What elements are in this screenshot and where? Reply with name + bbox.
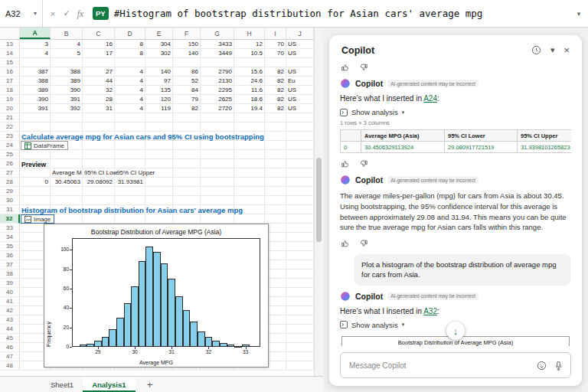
cell-J13[interactable]: US [286,40,314,49]
cell-J15[interactable] [286,58,314,67]
cell-J35[interactable] [286,242,314,251]
cell-B26[interactable] [51,159,83,168]
thumbs-down-icon[interactable] [358,238,369,249]
row-header-40[interactable]: 40 [0,288,20,297]
cell-C15[interactable] [83,58,115,67]
name-box-dropdown-icon[interactable]: ▾ [34,10,37,17]
cell-B28[interactable]: 30.45063 [51,178,83,187]
row-header-16[interactable]: 16 [0,67,20,77]
column-header-A[interactable]: A [20,28,51,39]
cell-C20[interactable]: 31 [83,104,115,113]
row-header-37[interactable]: 37 [0,260,20,270]
thumbs-up-icon[interactable] [340,158,351,169]
cell-H21[interactable] [234,113,265,122]
cell-J41[interactable] [286,297,314,306]
cell-I23[interactable] [265,132,286,141]
cell-A15[interactable] [20,58,51,67]
row-header-43[interactable]: 43 [0,315,20,325]
row-header-47[interactable]: 47 [0,352,20,361]
cell-J43[interactable] [286,315,314,325]
cell-B32[interactable] [51,214,83,224]
cell-D25[interactable] [115,150,145,159]
cell-J38[interactable] [286,270,314,279]
scroll-to-bottom-button[interactable]: ↓ [446,322,465,340]
python-dataframe-cell[interactable]: DataFrame [21,141,68,150]
cell-A17[interactable]: 388 [20,77,51,86]
prompt-emoji-icon[interactable] [537,361,547,371]
row-header-18[interactable]: 18 [0,86,20,95]
cell-F21[interactable] [173,113,201,122]
cell-I24[interactable] [265,141,286,150]
cell-C25[interactable] [83,150,115,159]
row-header-31[interactable]: 31 [0,205,20,214]
cell-A19[interactable]: 390 [20,95,51,104]
cell-H27[interactable] [234,168,265,178]
close-icon[interactable]: × [564,44,570,56]
cell-B20[interactable]: 392 [51,104,83,113]
name-box[interactable]: A32 ▾ [0,0,43,27]
cell-B25[interactable] [51,150,83,159]
cell-A16[interactable]: 387 [20,67,51,77]
row-header-29[interactable]: 29 [0,187,20,196]
cell-I28[interactable] [265,178,286,187]
cell-J32[interactable] [286,214,314,224]
cell-I20[interactable]: 82 [265,104,286,113]
cell-I25[interactable] [265,150,286,159]
histogram-chart-object[interactable]: Bootstrap Distribution of Average MPG (A… [44,224,269,368]
cell-C27[interactable]: 95% CI Low [83,168,115,178]
cell-J16[interactable]: US [286,67,314,77]
cell-B14[interactable]: 5 [51,49,83,58]
row-header-33[interactable]: 33 [0,224,20,233]
cell-I15[interactable] [265,58,286,67]
cell-I32[interactable] [265,214,286,224]
cell-F25[interactable] [173,150,201,159]
row-header-30[interactable]: 30 [0,196,20,205]
cell-F24[interactable] [173,141,201,150]
cell-C18[interactable]: 32 [83,86,115,95]
cell-A28[interactable]: 0 [20,178,51,187]
cell-D19[interactable]: 4 [115,95,145,104]
cell-J14[interactable]: US [286,49,314,58]
cell-D16[interactable]: 4 [115,67,145,77]
cell-E13[interactable]: 304 [145,40,173,49]
cell-E17[interactable]: 97 [145,77,173,86]
cell-G22[interactable] [201,122,234,132]
cell-I29[interactable] [265,187,286,196]
cell-J39[interactable] [286,279,314,288]
python-image-cell-selected[interactable]: Image [21,214,54,224]
message-input[interactable] [348,361,530,371]
cell-C16[interactable]: 27 [83,67,115,77]
cell-E21[interactable] [145,113,173,122]
thumbs-down-icon[interactable] [358,158,369,169]
cell-H20[interactable]: 19.4 [234,104,265,113]
cell-J37[interactable] [286,260,314,270]
cell-C21[interactable] [83,113,115,122]
cell-I13[interactable]: 70 [265,40,286,49]
cell-C24[interactable] [83,141,115,150]
row-header-23[interactable]: 23 [0,132,20,141]
sheet-tab-sheet1[interactable]: Sheet1 [41,377,83,392]
cell-D18[interactable]: 4 [115,86,145,95]
cell-I14[interactable]: 70 [265,49,286,58]
cell-B22[interactable] [51,122,83,132]
cell-D22[interactable] [115,122,145,132]
cell-I26[interactable] [265,159,286,168]
cell-G13[interactable]: 3433 [201,40,234,49]
cell-F14[interactable]: 140 [173,49,201,58]
cell-F13[interactable]: 150 [173,40,201,49]
cell-G19[interactable]: 2625 [201,95,234,104]
cell-H17[interactable]: 24.6 [234,77,265,86]
row-header-36[interactable]: 36 [0,251,20,260]
cell-link-a24[interactable]: A24 [423,94,437,103]
row-header-25[interactable]: 25 [0,150,20,159]
cell-H13[interactable]: 12 [234,40,265,49]
column-header-D[interactable]: D [115,28,145,39]
cell-D21[interactable] [115,113,145,122]
cell-D29[interactable] [115,187,145,196]
row-header-41[interactable]: 41 [0,297,20,306]
cell-E30[interactable] [145,196,173,205]
history-icon[interactable] [531,45,541,55]
cell-D30[interactable] [115,196,145,205]
cell-J46[interactable] [286,343,314,352]
row-header-39[interactable]: 39 [0,279,20,288]
